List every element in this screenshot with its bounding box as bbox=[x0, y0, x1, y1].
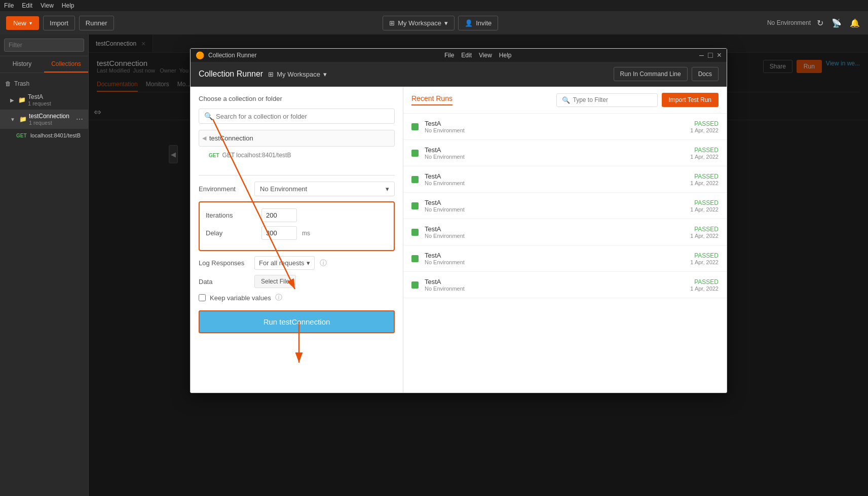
menu-file[interactable]: File bbox=[4, 2, 14, 9]
run-env: No Environment bbox=[425, 127, 684, 133]
log-label: Log Responses bbox=[199, 259, 249, 267]
recent-run-item[interactable]: TestA No Environment PASSED 1 Apr, 2022 bbox=[403, 219, 727, 245]
coll-item-arrow: ◀ bbox=[202, 135, 206, 141]
sidebar-item-testconnection[interactable]: ▼ 📁 testConnection 1 request ⋯ bbox=[0, 110, 88, 129]
delay-label: Delay bbox=[206, 229, 256, 237]
runner-workspace-grid-icon: ⊞ bbox=[268, 70, 274, 78]
testconn-sub: 1 request bbox=[29, 120, 69, 126]
delay-input[interactable] bbox=[261, 226, 297, 240]
testa-sub: 1 request bbox=[28, 100, 51, 107]
runner-collection-list: ◀ testConnection GET GET localhost:8401/… bbox=[199, 130, 395, 162]
runner-request-item: GET GET localhost:8401/testB bbox=[199, 149, 395, 162]
cmd-line-button[interactable]: Run In Command Line bbox=[614, 67, 688, 81]
invite-label: Invite bbox=[476, 19, 492, 27]
run-collection-button[interactable]: Run testConnection bbox=[199, 310, 395, 333]
runner-header-workspace: ⊞ My Workspace ▾ bbox=[268, 70, 327, 78]
run-collection-name: TestA bbox=[425, 278, 684, 286]
runner-left-panel: Choose a collection or folder 🔍 ◀ testCo… bbox=[191, 87, 403, 393]
import-button[interactable]: Import bbox=[43, 16, 75, 30]
runner-search-icon: 🔍 bbox=[204, 112, 213, 120]
recent-run-item[interactable]: TestA No Environment PASSED 1 Apr, 2022 bbox=[403, 245, 727, 272]
keepvar-info-icon[interactable]: ⓘ bbox=[275, 293, 282, 302]
run-green-dot bbox=[411, 229, 419, 236]
import-test-run-button[interactable]: Import Test Run bbox=[662, 93, 719, 107]
run-info: TestA No Environment bbox=[425, 146, 684, 160]
runner-menu-help[interactable]: Help bbox=[499, 52, 512, 59]
trash-label: Trash bbox=[14, 80, 29, 87]
runner-filter-input[interactable] bbox=[573, 96, 652, 103]
env-field-row: Environment No Environment ▾ bbox=[199, 182, 395, 196]
runner-maximize-btn[interactable]: □ bbox=[708, 51, 713, 60]
run-collection-name: TestA bbox=[425, 172, 684, 180]
workspace-button[interactable]: ⊞ My Workspace ▾ bbox=[383, 16, 455, 30]
log-value: For all requests bbox=[259, 259, 305, 267]
recent-run-item[interactable]: TestA No Environment PASSED 1 Apr, 2022 bbox=[403, 272, 727, 298]
run-right: PASSED 1 Apr, 2022 bbox=[690, 199, 719, 212]
person-icon: 👤 bbox=[465, 19, 473, 27]
run-info: TestA No Environment bbox=[425, 172, 684, 186]
runner-body: Choose a collection or folder 🔍 ◀ testCo… bbox=[191, 87, 727, 393]
sidebar-item-testa[interactable]: ▶ 📁 TestA 1 request bbox=[0, 90, 88, 110]
no-env-label: No Environment bbox=[767, 19, 811, 26]
run-status: PASSED bbox=[690, 173, 719, 180]
menu-edit[interactable]: Edit bbox=[22, 2, 32, 9]
runner-close-btn[interactable]: × bbox=[717, 51, 722, 60]
runner-menu-file[interactable]: File bbox=[444, 52, 454, 59]
recent-run-item[interactable]: TestA No Environment PASSED 1 Apr, 2022 bbox=[403, 114, 727, 140]
recent-run-item[interactable]: TestA No Environment PASSED 1 Apr, 2022 bbox=[403, 193, 727, 219]
menu-view[interactable]: View bbox=[41, 2, 54, 9]
new-button[interactable]: New ▾ bbox=[6, 16, 39, 30]
docs-button[interactable]: Docs bbox=[692, 67, 719, 81]
bell-icon-btn[interactable]: 🔔 bbox=[848, 16, 862, 30]
run-status: PASSED bbox=[690, 120, 719, 127]
log-info-icon[interactable]: ⓘ bbox=[320, 259, 327, 268]
run-date: 1 Apr, 2022 bbox=[690, 154, 719, 160]
invite-button[interactable]: 👤 Invite bbox=[458, 16, 498, 30]
run-green-dot bbox=[411, 255, 419, 262]
run-status: PASSED bbox=[690, 147, 719, 154]
testconn-more-btn[interactable]: ⋯ bbox=[76, 115, 83, 123]
runner-get-badge: GET bbox=[209, 153, 219, 158]
recent-runs-list: TestA No Environment PASSED 1 Apr, 2022 … bbox=[403, 114, 727, 393]
run-right: PASSED 1 Apr, 2022 bbox=[690, 120, 719, 133]
runner-modal-title-text: Collection Runner bbox=[208, 52, 256, 59]
recent-run-item[interactable]: TestA No Environment PASSED 1 Apr, 2022 bbox=[403, 166, 727, 193]
run-env: No Environment bbox=[425, 180, 684, 186]
sync-icon-btn[interactable]: ↻ bbox=[815, 16, 825, 30]
sidebar-request-item[interactable]: GET localhost:8401/testB bbox=[0, 129, 88, 142]
tab-collections[interactable]: Collections bbox=[44, 56, 88, 73]
log-select[interactable]: For all requests ▾ bbox=[254, 256, 315, 270]
runner-modal-titlebar: 🟠 Collection Runner File Edit View Help … bbox=[191, 49, 727, 62]
runner-menu-view[interactable]: View bbox=[479, 52, 492, 59]
menu-help[interactable]: Help bbox=[62, 2, 74, 9]
runner-workspace-arrow: ▾ bbox=[323, 70, 327, 78]
runner-collection-item[interactable]: ◀ testConnection bbox=[199, 130, 395, 147]
select-file-button[interactable]: Select File bbox=[254, 275, 296, 288]
sidebar-filter-input[interactable] bbox=[4, 39, 84, 52]
runner-search-input[interactable] bbox=[216, 113, 389, 120]
recent-runs-title: Recent Runs bbox=[411, 94, 452, 105]
run-info: TestA No Environment bbox=[425, 199, 684, 212]
run-date: 1 Apr, 2022 bbox=[690, 127, 719, 133]
runner-menu-edit[interactable]: Edit bbox=[461, 52, 472, 59]
satellite-icon-btn[interactable]: 📡 bbox=[829, 16, 844, 30]
runner-title-left: 🟠 Collection Runner bbox=[196, 51, 256, 59]
run-green-dot bbox=[411, 123, 419, 130]
run-date: 1 Apr, 2022 bbox=[690, 206, 719, 212]
sidebar-trash[interactable]: 🗑 Trash bbox=[0, 77, 88, 90]
runner-header-title: Collection Runner bbox=[199, 69, 263, 79]
testa-icon: 📁 bbox=[18, 96, 26, 103]
runner-right-panel: Recent Runs 🔍 Import Test Run TestA No E… bbox=[403, 87, 727, 393]
runner-button[interactable]: Runner bbox=[79, 16, 114, 30]
divider-1 bbox=[199, 175, 395, 175]
log-arrow: ▾ bbox=[307, 259, 310, 267]
runner-minimize-btn[interactable]: – bbox=[699, 51, 704, 60]
tab-history[interactable]: History bbox=[0, 56, 44, 73]
keep-var-checkbox[interactable] bbox=[199, 294, 206, 301]
iterations-input[interactable] bbox=[261, 208, 297, 222]
run-right: PASSED 1 Apr, 2022 bbox=[690, 173, 719, 186]
new-dropdown-arrow: ▾ bbox=[29, 20, 32, 26]
env-select[interactable]: No Environment ▾ bbox=[254, 182, 395, 196]
recent-run-item[interactable]: TestA No Environment PASSED 1 Apr, 2022 bbox=[403, 140, 727, 166]
filter-search-icon: 🔍 bbox=[562, 96, 570, 104]
